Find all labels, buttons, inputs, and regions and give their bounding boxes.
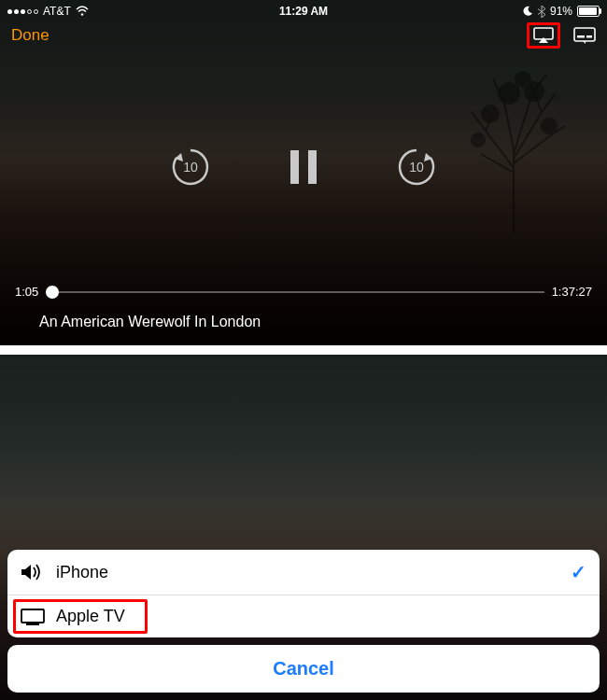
cancel-label: Cancel [273, 658, 334, 679]
bluetooth-icon [538, 6, 545, 18]
svg-rect-11 [290, 150, 299, 184]
svg-rect-8 [574, 28, 595, 41]
airplay-action-sheet: iPhone ✓ Apple TV Cancel [7, 550, 600, 693]
cancel-button[interactable]: Cancel [7, 645, 600, 693]
wifi-icon [76, 6, 89, 17]
airplay-device-iphone[interactable]: iPhone ✓ [7, 550, 600, 595]
total-label: 1:37:27 [552, 285, 592, 299]
scrubber[interactable]: 1:05 1:37:27 [15, 285, 592, 299]
airplay-device-list: iPhone ✓ Apple TV [7, 550, 600, 637]
status-bar: AT&T 11:29 AM 91% [0, 0, 607, 21]
svg-point-6 [80, 13, 83, 16]
skip-fwd-label: 10 [409, 160, 424, 175]
svg-rect-12 [308, 150, 317, 184]
pause-button[interactable] [288, 148, 319, 186]
skip-back-button[interactable]: 10 [168, 145, 213, 189]
svg-rect-13 [21, 609, 44, 623]
player-nav-bar: Done [0, 21, 607, 50]
scrubber-track[interactable] [46, 291, 543, 293]
airplay-device-appletv[interactable]: Apple TV [7, 595, 600, 637]
done-button[interactable]: Done [11, 26, 49, 45]
svg-rect-10 [586, 35, 592, 38]
skip-forward-button[interactable]: 10 [394, 145, 439, 189]
skip-back-label: 10 [183, 160, 198, 175]
video-title: An American Werewolf In London [39, 314, 261, 330]
playback-controls: 10 10 [0, 145, 607, 189]
airplay-icon[interactable] [527, 22, 560, 49]
airplay-picker-screen: iPhone ✓ Apple TV Cancel [0, 355, 607, 700]
carrier-label: AT&T [43, 5, 71, 18]
tv-icon [21, 609, 49, 625]
scrubber-thumb[interactable] [46, 286, 59, 299]
video-player-screen: AT&T 11:29 AM 91% Done [0, 0, 607, 345]
svg-rect-9 [577, 35, 585, 38]
battery-icon [577, 6, 600, 17]
moon-icon [522, 6, 533, 17]
checkmark-icon: ✓ [571, 561, 586, 583]
device-label: Apple TV [56, 607, 125, 626]
battery-pct-label: 91% [550, 5, 572, 18]
elapsed-label: 1:05 [15, 285, 38, 299]
device-label: iPhone [56, 563, 108, 582]
speaker-icon [21, 563, 49, 581]
signal-dots-icon [7, 9, 38, 14]
clock-label: 11:29 AM [279, 5, 328, 18]
subtitles-icon[interactable] [573, 27, 596, 44]
